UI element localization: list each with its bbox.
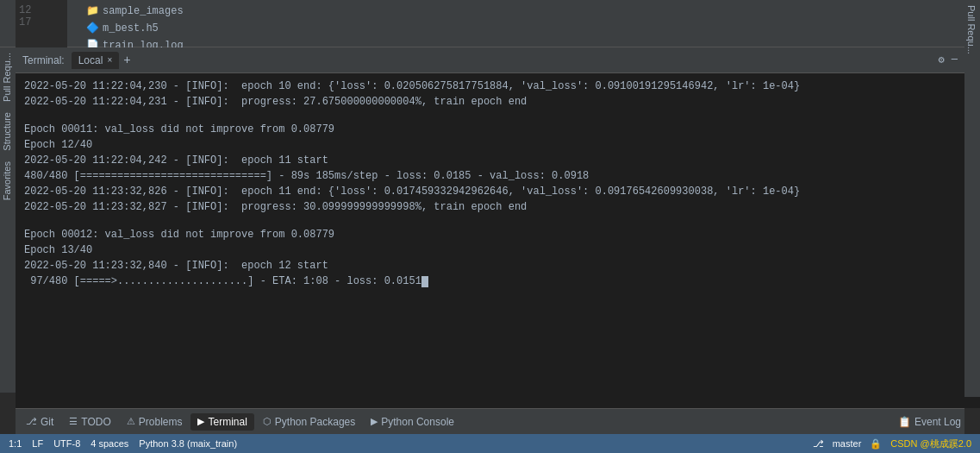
terminal-tab-local[interactable]: Local ×: [72, 52, 120, 69]
terminal-wrapper: Terminal: Local × + ⚙ — 2022-05-20 11:22…: [0, 47, 980, 434]
minimize-icon[interactable]: —: [952, 53, 958, 66]
terminal-line: Epoch 00011: val_loss did not improve fr…: [24, 122, 971, 137]
branch-name[interactable]: master: [833, 438, 862, 449]
file-tree-area: 12 17 📁 sample_images 🔷 m_best.h5 📄 trai…: [0, 0, 980, 47]
tab-problems[interactable]: ⚠ Problems: [120, 413, 190, 431]
terminal-line: 2022-05-20 11:23:32,826 - [INFO]: epoch …: [24, 184, 971, 199]
bottom-toolbar: ⎇ Git ☰ TODO ⚠ Problems ▶ Terminal ⬡ Pyt…: [16, 408, 964, 434]
status-charset: UTF-8: [53, 438, 80, 449]
sidebar-structure[interactable]: Structure: [0, 107, 16, 156]
file-icon: 🔷: [86, 22, 99, 35]
tab-python-packages[interactable]: ⬡ Python Packages: [256, 413, 362, 431]
tab-git[interactable]: ⎇ Git: [19, 413, 60, 431]
terminal-line: 480/480 [==============================]…: [24, 168, 971, 184]
vcs-icon: ⎇: [813, 438, 824, 450]
terminal-line: 2022-05-20 11:22:04,242 - [INFO]: epoch …: [24, 153, 971, 168]
tab-local-label: Local: [78, 54, 103, 66]
terminal-line: Epoch 00012: val_loss did not improve fr…: [24, 227, 971, 242]
tab-terminal-label: Terminal: [208, 416, 247, 428]
sidebar-pull-request[interactable]: Pull Requ...: [0, 47, 16, 107]
terminal-content: 2022-05-20 11:22:04,230 - [INFO]: epoch …: [16, 73, 980, 408]
git-icon: ⎇: [26, 416, 37, 427]
folder-icon: 📁: [86, 4, 99, 17]
tab-python-console-label: Python Console: [381, 416, 454, 428]
todo-icon: ☰: [69, 416, 78, 427]
terminal-header-icons: ⚙ —: [939, 53, 958, 66]
tab-add-icon[interactable]: +: [123, 53, 130, 67]
event-log-icon: 📋: [898, 416, 911, 428]
tab-todo[interactable]: ☰ TODO: [62, 413, 117, 431]
status-position: 1:1: [9, 438, 22, 449]
terminal-line: 2022-05-20 11:22:04,230 - [INFO]: epoch …: [24, 79, 971, 94]
tab-problems-label: Problems: [139, 416, 183, 428]
tab-git-label: Git: [41, 416, 53, 428]
status-bar: 1:1 LF UTF-8 4 spaces Python 3.8 (maix_t…: [0, 434, 980, 453]
tab-python-packages-label: Python Packages: [275, 416, 355, 428]
file-item-m-best-h5[interactable]: 🔷 m_best.h5: [86, 22, 184, 35]
event-log-label[interactable]: Event Log: [914, 416, 961, 428]
tab-terminal[interactable]: ▶ Terminal: [190, 413, 253, 431]
terminal-header: Terminal: Local × + ⚙ —: [16, 47, 964, 73]
toolbar-right: 📋 Event Log: [898, 416, 961, 428]
left-sidebar: Pull Requ... Structure Favorites: [0, 47, 16, 393]
sidebar-favorites[interactable]: Favorites: [0, 156, 16, 205]
right-panel: Pull Requ...: [964, 0, 980, 397]
lock-icon: 🔒: [870, 438, 882, 450]
terminal-line-cursor: 97/480 [=====>.....................] - E…: [24, 274, 971, 289]
status-interpreter[interactable]: Python 3.8 (maix_train): [139, 438, 237, 449]
tab-python-console[interactable]: ▶ Python Console: [364, 413, 461, 431]
terminal-line: Epoch 13/40: [24, 242, 971, 258]
watermark: CSDN @桃成蹊2.0: [890, 437, 971, 450]
terminal-line: Epoch 12/40: [24, 137, 971, 153]
terminal-line: 2022-05-20 11:23:32,840 - [INFO]: epoch …: [24, 258, 971, 274]
python-packages-icon: ⬡: [263, 416, 272, 427]
terminal-line: 2022-05-20 11:22:04,231 - [INFO]: progre…: [24, 94, 971, 110]
tab-close-icon[interactable]: ×: [107, 55, 112, 65]
settings-icon[interactable]: ⚙: [939, 53, 945, 66]
python-console-icon: ▶: [371, 416, 378, 427]
file-item-sample-images[interactable]: 📁 sample_images: [86, 4, 184, 17]
line-number-17: 17: [19, 16, 64, 28]
right-panel-label: Pull Requ...: [964, 0, 978, 60]
tab-todo-label: TODO: [81, 416, 110, 428]
file-name: m_best.h5: [103, 22, 159, 35]
terminal-label: Terminal:: [22, 54, 65, 66]
cursor: [421, 276, 428, 287]
status-indent: 4 spaces: [91, 438, 128, 449]
terminal-line: 2022-05-20 11:23:32,827 - [INFO]: progre…: [24, 199, 971, 215]
file-name: sample_images: [103, 5, 184, 17]
line-number-12: 12: [19, 4, 64, 16]
blank-line: [24, 215, 971, 227]
problems-icon: ⚠: [127, 416, 135, 427]
status-encoding: LF: [32, 438, 43, 449]
terminal-icon: ▶: [197, 416, 204, 427]
blank-line: [24, 110, 971, 122]
status-bar-right: ⎇ master 🔒 CSDN @桃成蹊2.0: [813, 437, 971, 450]
